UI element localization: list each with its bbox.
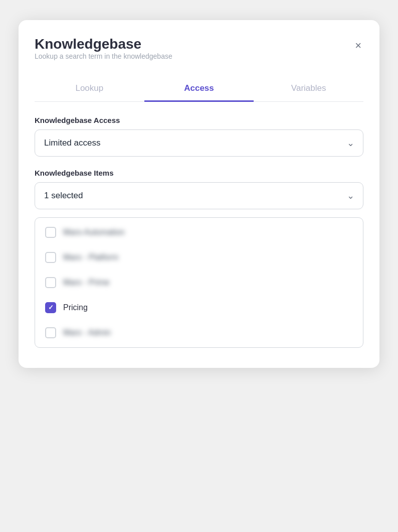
items-section-label: Knowledgebase Items [35,169,363,177]
checklist: Maro-Automation Maro - Platform Maro - P… [35,217,363,348]
list-item[interactable]: Maro - Admin [35,320,363,345]
access-dropdown-wrapper: Limited access ⌄ [35,129,363,157]
tab-access[interactable]: Access [144,77,254,102]
item-label-4: Pricing [63,303,88,312]
items-dropdown-value: 1 selected [44,191,83,201]
checkbox-item2[interactable] [45,252,56,263]
list-item[interactable]: Maro - Platform [35,245,363,270]
list-item[interactable]: Maro - Prime [35,270,363,295]
modal-subtitle: Lookup a search term in the knowledgebas… [35,52,172,60]
access-dropdown-value: Limited access [44,138,100,148]
access-dropdown[interactable]: Limited access ⌄ [35,129,363,157]
access-dropdown-chevron: ⌄ [347,138,354,149]
items-dropdown[interactable]: 1 selected ⌄ [35,182,363,209]
knowledgebase-modal: Knowledgebase Lookup a search term in th… [19,20,379,368]
items-dropdown-wrapper: 1 selected ⌄ [35,182,363,209]
items-dropdown-chevron: ⌄ [347,190,354,201]
item-label-1: Maro-Automation [63,228,125,237]
modal-title-group: Knowledgebase Lookup a search term in th… [35,36,172,74]
checkbox-item3[interactable] [45,277,56,288]
tab-bar: Lookup Access Variables [35,77,363,102]
checkbox-item4[interactable] [45,302,56,313]
checkbox-item1[interactable] [45,227,56,238]
item-label-2: Maro - Platform [63,253,118,262]
list-item[interactable]: Pricing [35,295,363,320]
tab-variables[interactable]: Variables [254,77,363,102]
item-label-5: Maro - Admin [63,328,111,337]
modal-header: Knowledgebase Lookup a search term in th… [35,36,363,74]
close-button[interactable]: × [353,38,363,53]
modal-title: Knowledgebase [35,36,172,52]
list-item[interactable]: Maro-Automation [35,220,363,245]
access-section-label: Knowledgebase Access [35,116,363,124]
item-label-3: Maro - Prime [63,278,109,287]
access-section: Knowledgebase Access Limited access ⌄ Kn… [35,116,363,348]
tab-lookup[interactable]: Lookup [35,77,144,102]
checkbox-item5[interactable] [45,327,56,338]
